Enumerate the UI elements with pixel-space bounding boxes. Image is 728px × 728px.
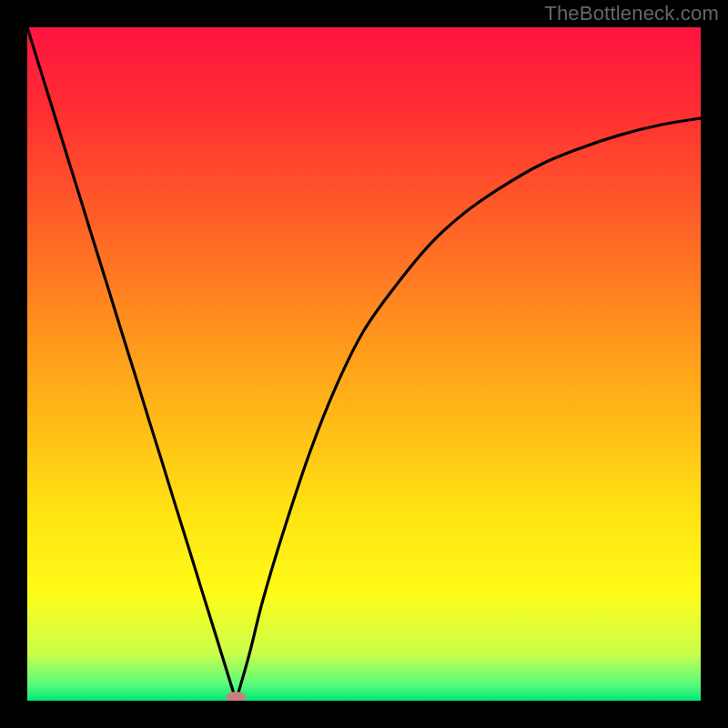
attribution-text: TheBottleneck.com <box>544 2 719 25</box>
plot-area <box>27 27 701 701</box>
chart-frame: TheBottleneck.com <box>0 0 728 728</box>
gradient-background <box>27 27 701 701</box>
bottleneck-chart <box>27 27 701 701</box>
